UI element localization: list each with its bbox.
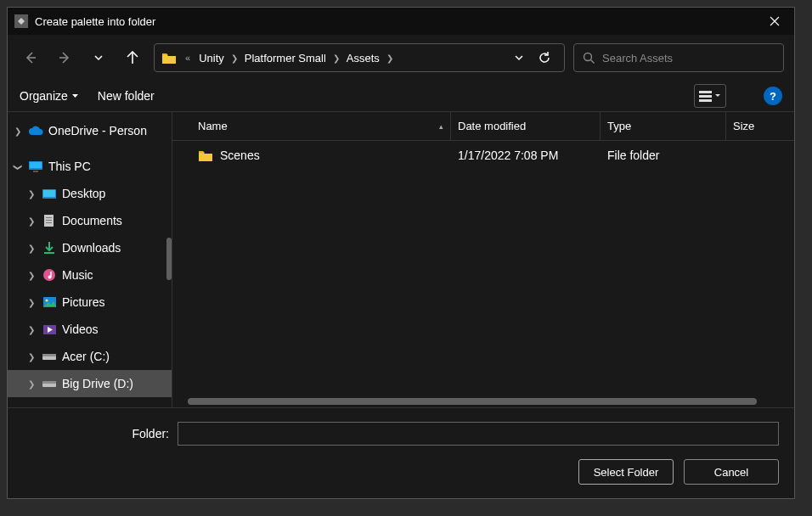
search-input[interactable] [602, 52, 775, 64]
svg-point-14 [48, 276, 52, 279]
breadcrumb-segment[interactable]: Unity [194, 48, 229, 68]
chevron-right-icon[interactable]: ❯ [386, 53, 393, 63]
tree-label: This PC [48, 160, 91, 173]
pictures-icon [42, 295, 57, 309]
command-bar: Organize New folder ? [8, 81, 794, 111]
folder-label: Folder: [23, 427, 169, 440]
expander-icon[interactable]: ❯ [26, 244, 37, 253]
svg-rect-21 [42, 381, 56, 384]
svg-rect-8 [43, 190, 55, 197]
tree-item-music[interactable]: ❯ Music [8, 261, 172, 289]
svg-rect-5 [30, 162, 42, 168]
file-date: 1/17/2022 7:08 PM [451, 149, 601, 162]
tree-label: Big Drive (D:) [62, 377, 133, 390]
tree-item-pictures[interactable]: ❯ Pictures [8, 289, 172, 316]
tree-item-drive-d[interactable]: ❯ Big Drive (D:) [8, 370, 172, 397]
back-button[interactable] [18, 45, 43, 70]
expander-icon[interactable]: ❯ [26, 325, 37, 334]
column-header-size[interactable]: Size [726, 112, 786, 140]
chevron-right-icon[interactable]: ❯ [231, 53, 238, 63]
refresh-button[interactable] [532, 45, 557, 70]
expander-icon[interactable]: ❯ [26, 189, 37, 199]
downloads-icon [42, 241, 57, 255]
column-header-type[interactable]: Type [601, 112, 726, 140]
tree-label: Music [62, 268, 93, 282]
expander-icon[interactable]: ❯ [26, 352, 37, 362]
svg-rect-11 [46, 220, 52, 221]
recent-dropdown[interactable] [86, 45, 111, 70]
folder-name-row: Folder: [23, 422, 779, 446]
search-box[interactable] [573, 43, 784, 72]
breadcrumb-segment[interactable]: Assets [341, 48, 385, 68]
svg-rect-10 [46, 217, 52, 218]
tree-item-documents[interactable]: ❯ Documents [8, 207, 172, 234]
breadcrumb-segment[interactable]: Platformer Small [240, 48, 331, 68]
tree-item-downloads[interactable]: ❯ Downloads [8, 234, 172, 261]
expander-icon[interactable]: ❯ [26, 216, 37, 226]
tree-label: Acer (C:) [62, 350, 110, 363]
folder-icon [161, 52, 177, 64]
expander-icon[interactable]: ❯ [26, 379, 37, 389]
help-button[interactable]: ? [764, 87, 782, 105]
address-bar[interactable]: « Unity ❯ Platformer Small ❯ Assets ❯ [154, 43, 565, 72]
file-name: Scenes [220, 149, 260, 162]
window-title: Create palette into folder [35, 15, 755, 28]
tree-label: Pictures [62, 295, 105, 309]
column-header-name[interactable]: Name ▴ [191, 112, 451, 140]
expander-icon[interactable]: ❯ [13, 126, 23, 136]
close-button[interactable] [755, 8, 794, 35]
desktop-icon [42, 187, 57, 200]
column-header-date[interactable]: Date modified [451, 112, 601, 140]
forward-button[interactable] [52, 45, 77, 70]
file-list[interactable]: Scenes 1/17/2022 7:08 PM File folder [172, 141, 794, 395]
address-dropdown-button[interactable] [506, 45, 532, 70]
nav-toolbar: « Unity ❯ Platformer Small ❯ Assets ❯ [8, 35, 794, 81]
column-label: Name [198, 120, 228, 132]
file-row[interactable]: Scenes 1/17/2022 7:08 PM File folder [172, 141, 794, 170]
view-menu-button[interactable] [694, 84, 726, 108]
button-row: Select Folder Cancel [23, 459, 779, 485]
select-folder-button[interactable]: Select Folder [578, 459, 674, 485]
horizontal-scrollbar[interactable] [172, 395, 794, 407]
svg-point-16 [45, 300, 48, 302]
svg-rect-19 [42, 354, 56, 356]
file-area: Name ▴ Date modified Type Size Scenes [172, 112, 794, 407]
folder-icon [198, 149, 213, 162]
tree-item-videos[interactable]: ❯ Videos [8, 316, 172, 343]
tree-item-onedrive[interactable]: ❯ OneDrive - Person [8, 117, 172, 144]
tree-label: OneDrive - Person [48, 124, 147, 137]
expander-icon[interactable]: ❯ [26, 271, 37, 280]
chevron-down-icon [71, 93, 79, 100]
chevron-right-icon[interactable]: ❯ [333, 53, 340, 63]
monitor-icon [28, 160, 43, 173]
nav-tree: ❯ OneDrive - Person ❯ This PC ❯ Desktop … [8, 112, 172, 407]
overflow-chevron-icon[interactable]: « [185, 53, 190, 63]
new-folder-button[interactable]: New folder [98, 89, 155, 103]
up-button[interactable] [120, 45, 145, 70]
svg-rect-6 [33, 171, 38, 172]
organize-menu[interactable]: Organize [20, 89, 79, 103]
tree-item-desktop[interactable]: ❯ Desktop [8, 180, 172, 207]
expander-icon[interactable]: ❯ [14, 161, 23, 171]
tree-label: Videos [62, 322, 99, 336]
new-folder-label: New folder [98, 89, 155, 103]
svg-rect-3 [699, 99, 712, 102]
folder-name-input[interactable] [178, 422, 779, 446]
expander-icon[interactable]: ❯ [26, 298, 37, 307]
column-label: Size [733, 120, 754, 132]
file-dialog: Create palette into folder « Unity ❯ Pla… [7, 7, 795, 499]
dialog-body: ❯ OneDrive - Person ❯ This PC ❯ Desktop … [8, 111, 794, 407]
tree-item-this-pc[interactable]: ❯ This PC [8, 153, 172, 180]
titlebar: Create palette into folder [8, 8, 794, 35]
svg-rect-12 [46, 222, 52, 223]
svg-rect-2 [699, 95, 712, 98]
svg-rect-1 [699, 91, 712, 93]
column-label: Type [607, 120, 631, 132]
scrollbar-thumb[interactable] [188, 398, 757, 405]
tree-item-drive-c[interactable]: ❯ Acer (C:) [8, 343, 172, 370]
nav-scrollbar-thumb[interactable] [166, 238, 172, 280]
documents-icon [42, 214, 57, 227]
tree-label: Documents [62, 214, 122, 227]
file-type: File folder [601, 149, 726, 162]
cancel-button[interactable]: Cancel [684, 459, 779, 485]
